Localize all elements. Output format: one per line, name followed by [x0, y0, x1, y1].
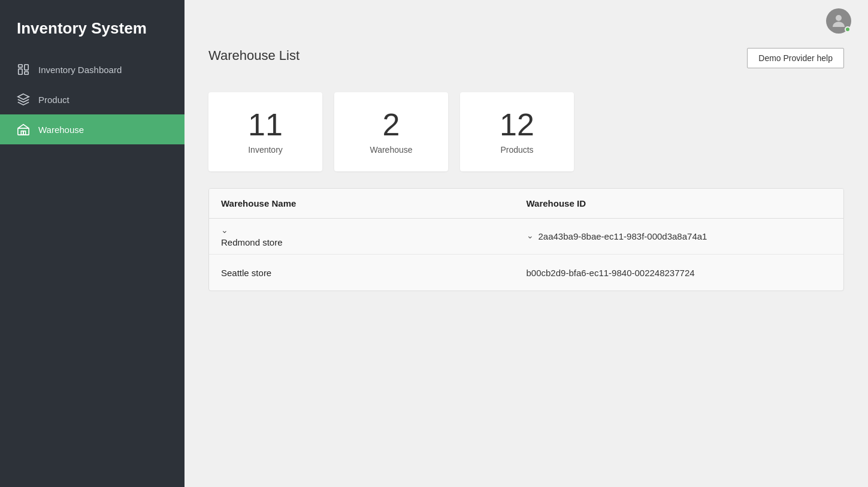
- stats-row: 11 Inventory 2 Warehouse 12 Products: [208, 92, 844, 171]
- warehouse-icon: [17, 123, 30, 136]
- sidebar-item-label: Inventory Dashboard: [38, 65, 122, 75]
- table-row[interactable]: Seattle store b00cb2d9-bfa6-ec11-9840-00…: [209, 255, 843, 291]
- table-row[interactable]: ⌄ Redmond store ⌄ 2aa43ba9-8bae-ec11-983…: [209, 219, 843, 255]
- sidebar-nav: Inventory Dashboard Product: [0, 55, 185, 144]
- chevron-down-icon: ⌄: [527, 231, 534, 240]
- stat-number-warehouse: 2: [383, 109, 400, 140]
- table-header: Warehouse Name Warehouse ID: [209, 189, 843, 219]
- row-warehouse-id: b00cb2d9-bfa6-ec11-9840-002248237724: [527, 268, 695, 278]
- row-name-cell: Seattle store: [221, 268, 527, 278]
- stat-label-warehouse: Warehouse: [370, 145, 412, 155]
- row-name-cell: ⌄ Redmond store: [221, 225, 527, 247]
- page-title: Warehouse List: [208, 48, 300, 63]
- col-header-id: Warehouse ID: [527, 198, 832, 208]
- top-bar: [185, 0, 868, 42]
- warehouse-table: Warehouse Name Warehouse ID ⌄ Redmond st…: [208, 188, 844, 291]
- stat-card-products: 12 Products: [460, 92, 574, 171]
- stat-label-inventory: Inventory: [248, 145, 283, 155]
- svg-rect-6: [23, 131, 26, 135]
- sidebar-item-warehouse[interactable]: Warehouse: [0, 114, 185, 144]
- sidebar-item-inventory-dashboard[interactable]: Inventory Dashboard: [0, 55, 185, 84]
- user-avatar[interactable]: [826, 8, 851, 34]
- svg-point-7: [836, 15, 842, 21]
- svg-rect-1: [19, 69, 22, 74]
- row-id-cell: b00cb2d9-bfa6-ec11-9840-002248237724: [527, 268, 832, 278]
- chevron-down-icon: ⌄: [221, 225, 527, 235]
- stat-label-products: Products: [500, 145, 533, 155]
- svg-rect-2: [25, 65, 28, 70]
- demo-help-button[interactable]: Demo Provider help: [747, 48, 844, 68]
- online-status-dot: [845, 26, 851, 32]
- sidebar: Inventory System Inventory Dashboard: [0, 0, 185, 487]
- row-id-cell: ⌄ 2aa43ba9-8bae-ec11-983f-000d3a8a74a1: [527, 231, 832, 243]
- sidebar-item-label: Product: [38, 95, 69, 105]
- dashboard-icon: [17, 63, 30, 76]
- product-icon: [17, 93, 30, 106]
- app-title: Inventory System: [0, 0, 185, 55]
- svg-rect-3: [25, 72, 28, 75]
- sidebar-item-label: Warehouse: [38, 125, 84, 135]
- stat-number-inventory: 11: [248, 109, 283, 140]
- row-warehouse-name: Redmond store: [221, 237, 527, 247]
- col-header-name: Warehouse Name: [221, 198, 527, 208]
- svg-rect-0: [19, 65, 22, 68]
- sidebar-item-product[interactable]: Product: [0, 84, 185, 114]
- main-content: Warehouse List Demo Provider help 11 Inv…: [185, 0, 868, 487]
- row-warehouse-name: Seattle store: [221, 268, 527, 278]
- content-area: Warehouse List Demo Provider help 11 Inv…: [185, 42, 868, 315]
- top-section: Warehouse List Demo Provider help: [208, 48, 844, 78]
- stat-card-inventory: 11 Inventory: [208, 92, 322, 171]
- row-warehouse-id: 2aa43ba9-8bae-ec11-983f-000d3a8a74a1: [539, 231, 707, 241]
- stat-card-warehouse: 2 Warehouse: [334, 92, 448, 171]
- stat-number-products: 12: [500, 109, 534, 140]
